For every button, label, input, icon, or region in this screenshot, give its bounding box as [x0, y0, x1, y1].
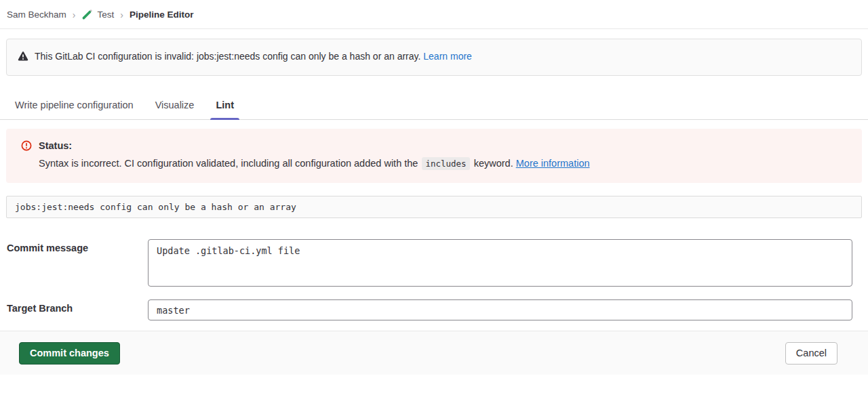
target-branch-input[interactable] [148, 299, 852, 320]
lint-result-code-block: jobs:jest:needs config can only be a has… [6, 196, 862, 218]
cancel-button[interactable]: Cancel [785, 342, 837, 365]
tab-lint[interactable]: Lint [210, 94, 239, 119]
target-branch-row: Target Branch [7, 299, 852, 320]
commit-changes-button[interactable]: Commit changes [19, 342, 120, 365]
tab-visualize[interactable]: Visualize [150, 94, 200, 119]
page-title: Pipeline Editor [130, 9, 194, 20]
alert-banner-text: This GitLab CI configuration is invalid:… [35, 51, 420, 62]
breadcrumb: Sam Beckham › Test › Pipeline Editor [0, 0, 868, 29]
status-message-text: Syntax is incorrect. CI configuration va… [39, 158, 418, 169]
chevron-right-icon: › [73, 9, 76, 20]
commit-action-bar: Commit changes Cancel [0, 331, 868, 375]
breadcrumb-item-project[interactable]: Test [81, 9, 114, 20]
breadcrumb-item-current-page: Pipeline Editor [130, 9, 194, 20]
commit-message-textarea[interactable]: Update .gitlab-ci.yml file [148, 239, 852, 287]
status-message: Syntax is incorrect. CI configuration va… [39, 157, 851, 170]
includes-keyword-code: includes [422, 157, 469, 170]
ci-invalid-alert-banner: This GitLab CI configuration is invalid:… [6, 39, 862, 76]
error-circle-icon [21, 140, 32, 151]
tab-write-pipeline-configuration[interactable]: Write pipeline configuration [9, 94, 139, 119]
breadcrumb-user-label: Sam Beckham [7, 9, 66, 20]
lint-status-panel: Status: Syntax is incorrect. CI configur… [6, 129, 862, 183]
pipeline-editor-tabs: Write pipeline configuration Visualize L… [0, 94, 868, 120]
more-information-link[interactable]: More information [516, 158, 590, 169]
chevron-right-icon: › [120, 9, 123, 20]
learn-more-link[interactable]: Learn more [423, 51, 472, 62]
target-branch-label: Target Branch [7, 299, 148, 320]
project-avatar-test-tube-icon [81, 9, 93, 20]
warning-triangle-icon [18, 51, 28, 64]
commit-message-label: Commit message [7, 239, 148, 287]
status-message-text-after: keyword. [474, 158, 513, 169]
status-title: Status: [39, 140, 72, 151]
commit-message-row: Commit message Update .gitlab-ci.yml fil… [7, 239, 852, 287]
breadcrumb-project-label: Test [97, 9, 114, 20]
breadcrumb-item-user[interactable]: Sam Beckham [7, 9, 66, 20]
